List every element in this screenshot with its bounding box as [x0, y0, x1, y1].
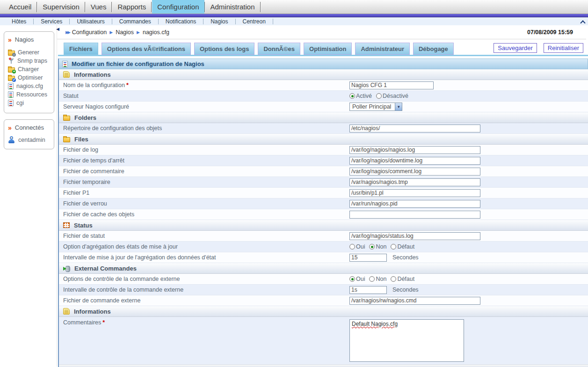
radio-label: Oui: [356, 243, 365, 250]
tab-options-logs[interactable]: Options des logs: [194, 43, 254, 55]
sidebar-item-cgi[interactable]: cgi: [8, 99, 52, 107]
reset-button[interactable]: Reinitialiser: [544, 43, 583, 53]
sidebar-item-snmp-traps[interactable]: Snmp traps: [8, 57, 52, 65]
breadcrumb: ◀ ▶▶ Configuration ▶ Nagios ▶ nagios.cfg…: [57, 25, 586, 39]
radio-non[interactable]: [369, 276, 375, 282]
lock-file-input[interactable]: [349, 200, 480, 208]
field-label: Option d'agrégation des états de mise à …: [59, 243, 349, 250]
required-mark: *: [126, 82, 129, 88]
connected-user[interactable]: centadmin: [8, 136, 52, 143]
user-icon: [8, 136, 15, 143]
section-informations-comments: Informations: [59, 306, 588, 317]
comment-file-input[interactable]: [349, 168, 480, 176]
ext-cmd-interval-input[interactable]: [349, 286, 387, 294]
breadcrumb-icon: ▶▶: [65, 30, 69, 35]
config-name-input[interactable]: [349, 81, 434, 89]
radio-inactive[interactable]: [376, 93, 382, 99]
subnav-notifications[interactable]: Notifications: [159, 19, 203, 24]
sidebar-item-charger[interactable]: + Charger: [8, 65, 52, 73]
status-interval-input[interactable]: [349, 254, 387, 262]
nav-administration[interactable]: Administration: [205, 0, 260, 14]
subnav-services[interactable]: Services: [34, 19, 70, 24]
temp-file-input[interactable]: [349, 178, 480, 186]
collapse-left-icon[interactable]: ◀: [56, 27, 59, 31]
log-file-input[interactable]: [349, 146, 480, 154]
breadcrumb-nagios[interactable]: Nagios: [116, 29, 134, 36]
sidebar-item-label: cgi: [16, 100, 24, 106]
row-ext-cmd-interval: Intervalle de contrôle de la commande ex…: [59, 285, 588, 295]
status-file-input[interactable]: [349, 232, 480, 240]
folder-check-icon: ✓: [8, 76, 15, 81]
radio-label: Désactivé: [383, 93, 408, 99]
nav-vues[interactable]: Vues: [86, 0, 112, 14]
radio-non[interactable]: [369, 244, 375, 250]
nav-accueil[interactable]: Accueil: [4, 0, 36, 14]
nav-rapports[interactable]: Rapports: [112, 0, 151, 14]
radio-label: Non: [376, 276, 386, 282]
downtime-file-input[interactable]: [349, 157, 480, 165]
tab-donnees[interactable]: DonnÃ©es: [258, 43, 300, 55]
sidebar-item-nagios-cfg[interactable]: nagios.cfg: [8, 82, 52, 90]
sidebar-connected-title: » Connectés: [8, 124, 52, 131]
save-button[interactable]: Sauvegarder: [494, 43, 537, 53]
radio-active[interactable]: [349, 93, 355, 99]
section-title: Files: [74, 136, 88, 143]
tab-options-verifications[interactable]: Options des vÃ©rifications: [102, 43, 191, 55]
connected-user-label: centadmin: [18, 137, 45, 143]
breadcrumb-nagios-cfg[interactable]: nagios.cfg: [143, 29, 169, 36]
sidebar-item-optimiser[interactable]: ✓ Optimiser: [8, 73, 52, 82]
chevron-up-icon[interactable]: [581, 20, 585, 24]
subnav-centreon[interactable]: Centreon: [236, 19, 273, 24]
p1-file-input[interactable]: [349, 189, 480, 197]
radio-defaut[interactable]: [391, 276, 396, 282]
folder-icon: [63, 116, 70, 121]
poller-select[interactable]: Poller Principal ▾: [349, 103, 402, 111]
double-chevron-icon: »: [8, 125, 12, 130]
nav-supervision[interactable]: Supervision: [37, 0, 84, 14]
field-label: Fichier de temps d'arrêt: [59, 157, 349, 164]
form-actions: Sauvegarder Reinitialiser: [487, 43, 583, 55]
field-label: Intervalle de mise à jour de l'agrégatio…: [59, 254, 349, 261]
file-config-icon: [62, 61, 68, 67]
unit-label: Secondes: [392, 254, 419, 261]
field-label: Fichier de commande externe: [59, 297, 349, 304]
sub-navigation: Hôtes Services Utilisateurs Commandes No…: [0, 17, 588, 25]
row-status-file: Fichier de statut: [59, 231, 588, 242]
breadcrumb-configuration[interactable]: Configuration: [72, 29, 107, 36]
field-label: Fichier temporaire: [59, 179, 349, 185]
subnav-utilisateurs[interactable]: Utilisateurs: [70, 19, 112, 24]
sidebar-item-generer[interactable]: Generer: [8, 48, 52, 57]
cache-file-input[interactable]: [349, 211, 480, 219]
ext-cmd-file-input[interactable]: [349, 297, 480, 305]
sidebar-box-title: Connectés: [15, 124, 44, 131]
subnav-commandes[interactable]: Commandes: [112, 19, 159, 24]
folder-plus-icon: +: [8, 67, 15, 73]
accent-bar: [0, 14, 588, 17]
obj-dir-input[interactable]: [349, 125, 480, 132]
row-lock-file: Fichier de verrou: [59, 198, 588, 209]
datetime: 07/08/2009 15:59: [527, 29, 581, 36]
radio-defaut[interactable]: [391, 244, 396, 250]
form-title-text: Modifier un fichier de configuration de …: [72, 60, 204, 67]
breadcrumb-arrow-icon: ▶: [137, 30, 140, 35]
row-ext-cmd-file: Fichier de commande externe: [59, 295, 588, 306]
subnav-hotes[interactable]: Hôtes: [5, 19, 34, 24]
required-mark: *: [102, 319, 105, 326]
radio-oui[interactable]: [349, 244, 355, 250]
tab-optimisation[interactable]: Optimisation: [304, 43, 352, 55]
file-config-icon: [8, 83, 14, 89]
row-temp-file: Fichier temporaire: [59, 177, 588, 188]
notes-icon: [63, 71, 70, 78]
top-navigation: Accueil Supervision Vues Rapports Config…: [0, 0, 588, 14]
sidebar-item-ressources[interactable]: Ressources: [8, 90, 52, 99]
tab-administrateur[interactable]: Administrateur: [355, 43, 409, 55]
subnav-nagios[interactable]: Nagios: [203, 19, 235, 24]
tab-fichiers[interactable]: Fichiers: [64, 43, 98, 55]
radio-label: Défaut: [397, 276, 414, 282]
poller-select-value: Poller Principal: [349, 103, 395, 111]
radio-oui[interactable]: [349, 276, 355, 282]
field-label: Fichier de verrou: [59, 200, 349, 207]
nav-configuration[interactable]: Configuration: [152, 0, 204, 14]
tab-debogage[interactable]: Débogage: [413, 43, 454, 55]
comments-textarea[interactable]: Default Nagios.cfg: [349, 319, 464, 362]
